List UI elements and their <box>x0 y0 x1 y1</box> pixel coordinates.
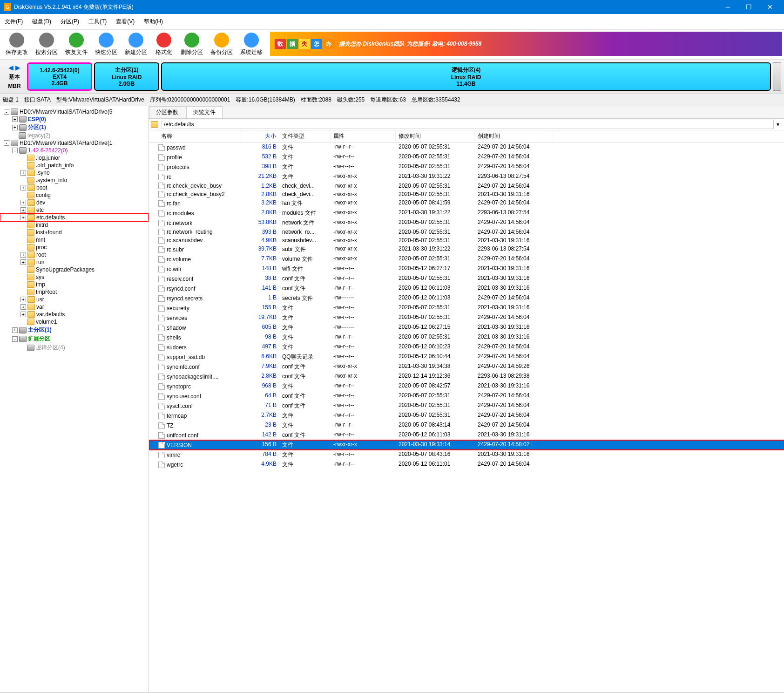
toolbar-migrate-button[interactable]: 系统迁移 <box>237 32 266 57</box>
tree-expander[interactable]: + <box>20 259 26 265</box>
tree-node[interactable]: .system_info <box>0 177 149 184</box>
file-row[interactable]: TZ 23 B 文件 -rw-r--r-- 2020-05-07 08:43:1… <box>149 421 784 430</box>
file-row[interactable]: sysctl.conf 71 B conf 文件 -rw-r--r-- 2020… <box>149 401 784 411</box>
partition-block[interactable]: 1.42.6-25422(0)EXT42.4GB <box>27 62 92 91</box>
tree-node[interactable]: proc <box>0 244 149 251</box>
file-row[interactable]: rc.network_routing 393 B network_ro... -… <box>149 228 784 236</box>
tree-node[interactable]: SynoUpgradePackages <box>0 266 149 273</box>
tree-expander[interactable]: + <box>20 312 26 317</box>
file-row[interactable]: unifconf.conf 142 B conf 文件 -rw-r--r-- 2… <box>149 430 784 440</box>
tree-node[interactable]: +etc <box>0 206 149 214</box>
toolbar-delete-button[interactable]: 删除分区 <box>177 32 207 57</box>
path-input[interactable] <box>162 120 774 129</box>
tree-node[interactable]: -HD0:VMwareVirtualSATAHardDrive(5 <box>0 108 149 116</box>
file-row[interactable]: rc.scanusbdev 4.9KB scanusbdev... -rwxr-… <box>149 236 784 245</box>
tree-node[interactable]: .log.junior <box>0 154 149 162</box>
tree-node[interactable]: 逻辑分区(4) <box>0 343 149 352</box>
col-attr[interactable]: 属性 <box>331 130 396 142</box>
tab-browse-files[interactable]: 浏览文件 <box>186 106 223 118</box>
tree-node[interactable]: mnt <box>0 236 149 244</box>
file-row[interactable]: sudoers 497 B 文件 -rw-r--r-- 2020-05-12 0… <box>149 342 784 352</box>
file-row[interactable]: synotoprc 968 B 文件 -rw-r--r-- 2020-05-07… <box>149 381 784 391</box>
file-row[interactable]: rc 21.2KB 文件 -rwxr-xr-x 2021-03-30 19:31… <box>149 172 784 182</box>
menu-item[interactable]: 工具(T) <box>84 16 111 27</box>
nav-prev-icon[interactable]: ◀ <box>8 64 14 71</box>
toolbar-quickpart-button[interactable]: 快速分区 <box>91 32 121 57</box>
tree-expander[interactable]: - <box>12 148 18 153</box>
tree-node[interactable]: +run <box>0 258 149 266</box>
tree-node[interactable]: +root <box>0 251 149 258</box>
tree-expander[interactable]: - <box>4 140 9 146</box>
menu-item[interactable]: 分区(P) <box>56 16 84 27</box>
tree-node[interactable]: +.syno <box>0 169 149 177</box>
tab-partition-params[interactable]: 分区参数 <box>149 106 185 118</box>
tree-expander[interactable]: + <box>20 304 26 310</box>
nav-next-icon[interactable]: ▶ <box>15 64 20 71</box>
file-row[interactable]: rc.subr 39.7KB subr 文件 -rwxr-xr-x 2021-0… <box>149 245 784 254</box>
tree-expander[interactable]: + <box>12 116 18 122</box>
tree-node[interactable]: +ESP(0) <box>0 116 149 123</box>
tree-node[interactable]: tmpRoot <box>0 288 149 296</box>
tree-node[interactable]: initrd <box>0 221 149 229</box>
file-row[interactable]: shadow 605 B 文件 -rw------- 2020-05-12 06… <box>149 323 784 333</box>
file-row[interactable]: rc.modules 2.0KB modules 文件 -rwxr-xr-x 2… <box>149 208 784 218</box>
file-row[interactable]: termcap 2.7KB 文件 -rw-r--r-- 2020-05-07 0… <box>149 411 784 421</box>
tree-expander[interactable]: + <box>20 200 26 205</box>
toolbar-backup-button[interactable]: 备份分区 <box>207 32 237 57</box>
file-row[interactable]: rc.check_device_busy 1.2KB check_devi...… <box>149 182 784 190</box>
toolbar-format-button[interactable]: 格式化 <box>151 32 177 57</box>
tree-expander[interactable]: + <box>20 170 26 176</box>
tree-node[interactable]: -1.42.6-25422(0) <box>0 147 149 154</box>
toolbar-search-button[interactable]: 搜索分区 <box>32 32 61 57</box>
tree-node[interactable]: +分区(1) <box>0 123 149 132</box>
tree-panel[interactable]: -HD0:VMwareVirtualSATAHardDrive(5+ESP(0)… <box>0 106 149 692</box>
tree-expander[interactable]: + <box>20 252 26 258</box>
dropdown-icon[interactable]: ▾ <box>774 121 782 128</box>
tree-node[interactable]: sys <box>0 273 149 281</box>
file-row[interactable]: rc.volume 7.7KB volume 文件 -rwxr-xr-x 202… <box>149 254 784 264</box>
file-row[interactable]: protocols 398 B 文件 -rw-r--r-- 2020-05-07… <box>149 162 784 172</box>
close-button[interactable]: ✕ <box>759 0 780 14</box>
tree-node[interactable]: -扩展分区 <box>0 334 149 343</box>
col-name[interactable]: 名称 <box>149 130 242 142</box>
file-row[interactable]: passwd 816 B 文件 -rw-r--r-- 2020-05-07 02… <box>149 143 784 152</box>
tree-node[interactable]: +主分区(1) <box>0 326 149 334</box>
tree-expander[interactable]: - <box>12 336 18 342</box>
menu-item[interactable]: 磁盘(D) <box>27 16 56 27</box>
file-row[interactable]: securetty 155 B 文件 -rw-r--r-- 2020-05-07… <box>149 303 784 313</box>
partition-block[interactable]: 逻辑分区(4)Linux RAID11.4GB <box>161 62 771 91</box>
tree-node[interactable]: volume1 <box>0 318 149 326</box>
toolbar-newpart-button[interactable]: 新建分区 <box>121 32 151 57</box>
partition-scrollbar[interactable] <box>773 62 781 91</box>
file-row[interactable]: synopackageslimit.... 2.8KB conf 文件 -rwx… <box>149 372 784 381</box>
menu-item[interactable]: 查看(V) <box>111 16 139 27</box>
tree-expander[interactable]: - <box>4 109 9 115</box>
tree-node[interactable]: +usr <box>0 296 149 303</box>
file-row[interactable]: shells 98 B 文件 -rw-r--r-- 2020-05-07 02:… <box>149 333 784 342</box>
file-row[interactable]: synoinfo.conf 7.9KB conf 文件 -rwxr-xr-x 2… <box>149 362 784 372</box>
col-type[interactable]: 文件类型 <box>279 130 331 142</box>
file-row[interactable]: rc.network 53.8KB network 文件 -rwxr-xr-x … <box>149 218 784 228</box>
file-row[interactable]: vimrc 784 B 文件 -rw-r--r-- 2020-05-07 08:… <box>149 450 784 460</box>
tree-node[interactable]: tmp <box>0 281 149 288</box>
tree-expander[interactable]: + <box>12 125 18 130</box>
file-row[interactable]: support_ssd.db 6.6KB QQ聊天记录 -rw-r--r-- 2… <box>149 352 784 362</box>
tree-node[interactable]: +etc.defaults <box>0 214 149 221</box>
file-row[interactable]: synouser.conf 64 B conf 文件 -rw-r--r-- 20… <box>149 391 784 401</box>
tree-node[interactable]: +boot <box>0 184 149 191</box>
tree-node[interactable]: config <box>0 191 149 199</box>
toolbar-recover-button[interactable]: 恢复文件 <box>61 32 91 57</box>
tree-node[interactable]: legacy(2) <box>0 132 149 139</box>
file-row[interactable]: wgetrc 4.9KB 文件 -rw-r--r-- 2020-05-12 06… <box>149 460 784 469</box>
file-row[interactable]: resolv.conf 38 B conf 文件 -rw-r--r-- 2020… <box>149 274 784 284</box>
tree-node[interactable]: .old_patch_info <box>0 162 149 169</box>
file-row[interactable]: rsyncd.conf 141 B conf 文件 -rw-r--r-- 202… <box>149 284 784 293</box>
tree-node[interactable]: lost+found <box>0 229 149 236</box>
file-row[interactable]: profile 532 B 文件 -rw-r--r-- 2020-05-07 0… <box>149 152 784 162</box>
tree-node[interactable]: +var <box>0 303 149 311</box>
tree-expander[interactable]: + <box>12 327 18 333</box>
tree-expander[interactable]: + <box>20 297 26 302</box>
file-row[interactable]: rc.check_device_busy2 2.8KB check_devi..… <box>149 190 784 198</box>
col-ctime[interactable]: 创建时间 <box>475 130 554 142</box>
file-row[interactable]: services 19.7KB 文件 -rw-r--r-- 2020-05-07… <box>149 313 784 323</box>
